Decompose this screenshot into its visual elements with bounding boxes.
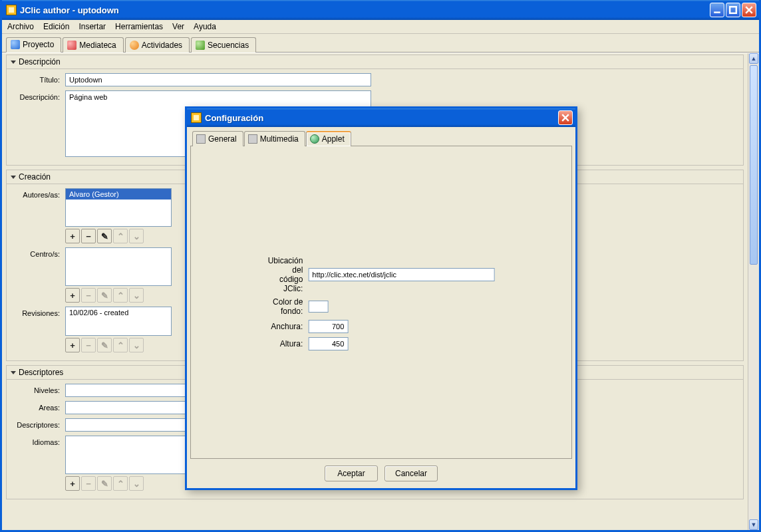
move-down-button[interactable]: ⌄ [129,338,144,352]
app-icon [6,5,17,15]
remove-revision-button[interactable]: − [81,338,96,352]
ok-button[interactable]: Aceptar [325,466,378,481]
chevron-down-icon: ⌄ [133,291,140,301]
centros-label: Centro/s: [12,247,65,258]
cancel-button[interactable]: Cancelar [384,466,438,481]
svg-rect-0 [714,11,720,13]
edit-idioma-button[interactable]: ✎ [97,476,112,491]
dialog-tab-general-label: General [208,134,237,144]
add-revision-button[interactable]: + [65,338,80,352]
scroll-thumb[interactable] [750,65,758,265]
main-titlebar: JClic author - uptodown [2,0,759,20]
applet-icon [310,134,319,144]
remove-centro-button[interactable]: − [81,288,96,303]
tab-actividades[interactable]: Actividades [125,37,190,53]
menu-insertar[interactable]: Insertar [78,22,106,31]
menu-edicion[interactable]: Edición [43,22,69,31]
proyecto-icon [11,40,20,49]
edit-author-button[interactable]: ✎ [97,229,112,243]
edit-revision-button[interactable]: ✎ [97,338,112,352]
dialog-tab-applet[interactable]: Applet [306,131,351,146]
menu-ver[interactable]: Ver [172,22,184,31]
main-tabstrip: Proyecto Mediateca Actividades Secuencia… [2,34,759,53]
menubar: Archivo Edición Insertar Herramientas Ve… [2,20,759,34]
add-author-button[interactable]: + [65,229,80,243]
scroll-up-button[interactable]: ▲ [749,53,758,64]
dialog-tab-pane: Ubicación del código JClic: Color de fon… [190,146,572,459]
dialog-tab-multimedia-label: Multimedia [260,134,299,144]
chevron-down-icon: ⌄ [133,479,140,489]
edit-icon: ✎ [101,479,108,489]
list-item[interactable]: 10/02/06 - created [66,307,171,318]
altura-input[interactable] [308,337,348,350]
minimize-button[interactable] [710,3,724,17]
move-up-button[interactable]: ⌃ [113,288,128,303]
move-up-button[interactable]: ⌃ [113,338,128,352]
edit-icon: ✎ [101,291,108,301]
edit-centro-button[interactable]: ✎ [97,288,112,303]
ubicacion-label: Ubicación del código JClic: [268,256,303,293]
revisiones-listbox[interactable]: 10/02/06 - created [65,307,172,336]
idiomas-label: Idiomas: [12,436,65,446]
dialog-tab-multimedia[interactable]: Multimedia [244,131,305,146]
menu-herramientas[interactable]: Herramientas [115,22,163,31]
collapse-icon [11,61,16,64]
move-down-button[interactable]: ⌄ [129,229,144,243]
mediateca-icon [67,41,76,50]
collapse-icon [11,371,16,374]
vertical-scrollbar[interactable]: ▲ ▼ [748,53,759,530]
dialog-title: Configuración [205,113,558,123]
menu-archivo[interactable]: Archivo [7,22,34,31]
dialog-tab-general[interactable]: General [192,131,243,146]
remove-author-button[interactable]: − [81,229,96,243]
move-down-button[interactable]: ⌄ [129,476,144,491]
revisiones-label: Revisiones: [12,307,65,317]
tab-secuencias-label: Secuencias [208,41,249,50]
close-button[interactable] [742,3,756,17]
general-icon [196,134,206,144]
scroll-down-button[interactable]: ▼ [749,519,758,530]
chevron-up-icon: ⌃ [117,291,124,301]
areas-label: Areas: [12,401,65,412]
dialog-titlebar: Configuración [187,108,575,127]
secuencias-icon [196,41,205,50]
chevron-up-icon: ⌃ [117,479,124,489]
move-up-button[interactable]: ⌃ [113,476,128,491]
remove-idioma-button[interactable]: − [81,476,96,491]
tab-proyecto[interactable]: Proyecto [6,37,61,53]
tab-actividades-label: Actividades [142,41,182,50]
chevron-down-icon: ⌄ [133,340,140,350]
menu-ayuda[interactable]: Ayuda [194,22,216,31]
ubicacion-input[interactable] [308,268,494,281]
tab-mediateca[interactable]: Mediateca [63,37,123,53]
window-title: JClic author - uptodown [20,5,710,15]
add-idioma-button[interactable]: + [65,476,80,491]
centros-listbox[interactable] [65,247,172,286]
color-swatch-button[interactable] [308,301,328,313]
move-down-button[interactable]: ⌄ [129,288,144,303]
move-up-button[interactable]: ⌃ [113,229,128,243]
group-header-descripcion[interactable]: Descripción [7,55,743,69]
svg-rect-1 [730,7,736,13]
group-title-creacion: Creación [19,172,51,182]
chevron-down-icon: ⌄ [133,231,140,241]
anchura-label: Anchura: [268,322,303,331]
tab-mediateca-label: Mediateca [79,41,116,50]
titulo-input[interactable] [65,73,371,86]
maximize-button[interactable] [726,3,740,17]
list-item[interactable]: Alvaro (Gestor) [66,189,171,200]
autores-listbox[interactable]: Alvaro (Gestor) [65,188,172,227]
config-dialog: Configuración General Multimedia Applet [185,106,577,490]
tab-secuencias[interactable]: Secuencias [191,37,256,53]
dialog-icon [191,112,202,123]
chevron-up-icon: ⌃ [117,340,124,350]
actividades-icon [130,41,139,50]
add-centro-button[interactable]: + [65,288,80,303]
tab-proyecto-label: Proyecto [23,40,54,49]
niveles-label: Niveles: [12,384,65,394]
collapse-icon [11,176,16,179]
dialog-close-button[interactable] [558,110,573,125]
dialog-tab-applet-label: Applet [322,134,345,144]
altura-label: Altura: [268,339,303,348]
anchura-input[interactable] [308,320,348,333]
